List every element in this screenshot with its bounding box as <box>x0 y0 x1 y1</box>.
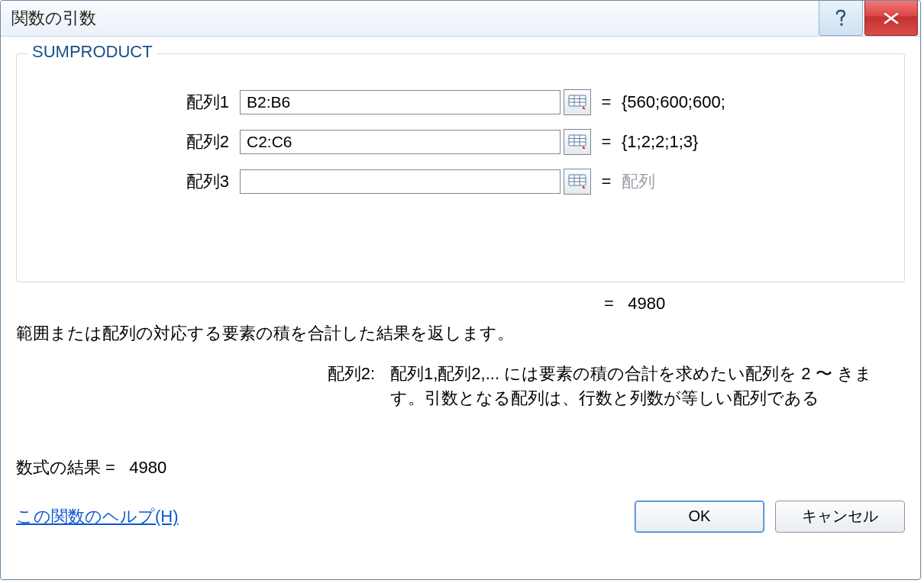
range-picker-button[interactable] <box>564 89 591 115</box>
function-description: 範囲または配列の対応する要素の積を合計した結果を返します。 <box>16 322 905 345</box>
help-button[interactable] <box>819 1 863 36</box>
argument-help: 配列2: 配列1,配列2,... には要素の積の合計を求めたい配列を 2 〜 き… <box>16 362 905 411</box>
formula-result-label: 数式の結果 = <box>16 458 115 477</box>
argument-label: 配列1 <box>38 91 240 114</box>
equals-symbol: = <box>591 132 622 152</box>
argument-input-2[interactable] <box>240 130 561 154</box>
argument-input-3[interactable] <box>240 169 561 194</box>
intermediate-result-row: = 4980 <box>16 288 905 319</box>
close-icon <box>883 12 900 24</box>
ok-button[interactable]: OK <box>635 501 764 533</box>
equals-symbol: = <box>604 294 614 313</box>
argument-input-1[interactable] <box>240 90 561 114</box>
function-arguments-dialog: 関数の引数 SUMPRODUCT 配列1 <box>0 0 921 580</box>
close-button[interactable] <box>864 1 918 36</box>
dialog-bottom-row: この関数のヘルプ(H) OK キャンセル <box>16 501 905 533</box>
argument-label: 配列3 <box>38 170 240 193</box>
argument-input-wrap <box>240 89 591 115</box>
argument-preview: 配列 <box>622 170 655 193</box>
argument-help-label: 配列2: <box>16 362 390 411</box>
svg-point-0 <box>840 23 843 26</box>
cancel-button[interactable]: キャンセル <box>775 501 905 533</box>
argument-input-wrap <box>240 129 591 155</box>
equals-symbol: = <box>591 92 622 112</box>
range-picker-button[interactable] <box>564 169 591 195</box>
range-picker-icon <box>568 134 586 150</box>
formula-result-value: 4980 <box>129 458 166 477</box>
argument-row: 配列1 = {560;600;60 <box>38 85 883 120</box>
argument-row: 配列3 = 配列 <box>38 164 883 199</box>
intermediate-result-value: 4980 <box>628 294 665 313</box>
function-name-legend: SUMPRODUCT <box>27 42 157 62</box>
help-icon <box>833 9 848 27</box>
range-picker-icon <box>568 95 586 110</box>
argument-help-text: 配列1,配列2,... には要素の積の合計を求めたい配列を 2 〜 きます。引数… <box>390 362 905 411</box>
formula-result: 数式の結果 = 4980 <box>16 456 905 479</box>
argument-label: 配列2 <box>38 130 240 153</box>
dialog-content: SUMPRODUCT 配列1 <box>1 37 920 579</box>
argument-preview: {560;600;600; <box>622 92 725 112</box>
titlebar: 関数の引数 <box>1 1 920 37</box>
svg-rect-1 <box>569 95 586 106</box>
range-picker-button[interactable] <box>564 129 591 155</box>
titlebar-buttons <box>819 1 920 36</box>
arguments-groupbox: SUMPRODUCT 配列1 <box>16 53 905 282</box>
argument-preview: {1;2;2;1;3} <box>622 132 698 152</box>
svg-rect-6 <box>569 135 586 146</box>
range-picker-icon <box>568 174 586 189</box>
dialog-title: 関数の引数 <box>11 7 819 30</box>
argument-input-wrap <box>240 169 591 195</box>
intermediate-result: = 4980 <box>16 294 665 314</box>
equals-symbol: = <box>591 172 622 192</box>
svg-rect-11 <box>569 175 586 185</box>
argument-row: 配列2 = {1;2;2;1;3} <box>38 124 883 159</box>
function-help-link[interactable]: この関数のヘルプ(H) <box>16 505 179 528</box>
